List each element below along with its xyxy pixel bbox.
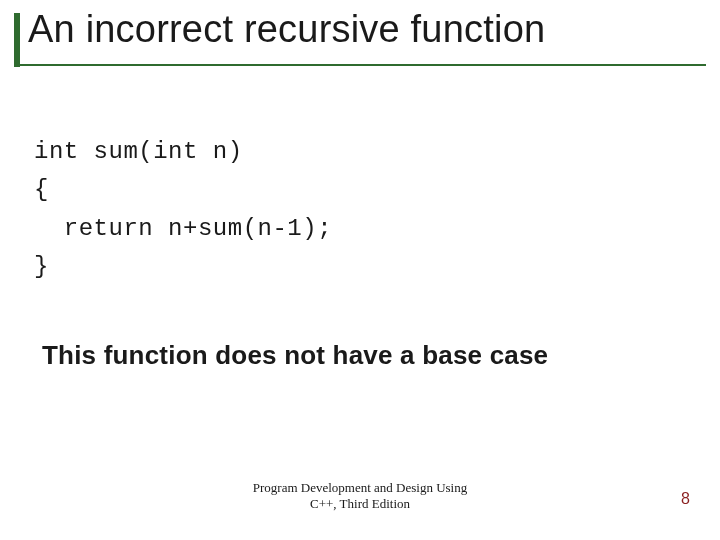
title-underline	[14, 64, 706, 66]
slide-caption: This function does not have a base case	[42, 340, 548, 371]
page-number: 8	[681, 490, 690, 508]
code-line-3: return n+sum(n-1);	[34, 210, 332, 248]
slide-title: An incorrect recursive function	[28, 8, 545, 51]
footer-line-1: Program Development and Design Using	[0, 480, 720, 496]
code-line-2: {	[34, 171, 332, 209]
slide: An incorrect recursive function int sum(…	[0, 0, 720, 540]
footer-line-2: C++, Third Edition	[0, 496, 720, 512]
code-line-1: int sum(int n)	[34, 133, 332, 171]
title-accent-bar	[14, 13, 20, 67]
code-block: int sum(int n) { return n+sum(n-1); }	[34, 133, 332, 287]
footer: Program Development and Design Using C++…	[0, 480, 720, 513]
code-line-4: }	[34, 248, 332, 286]
